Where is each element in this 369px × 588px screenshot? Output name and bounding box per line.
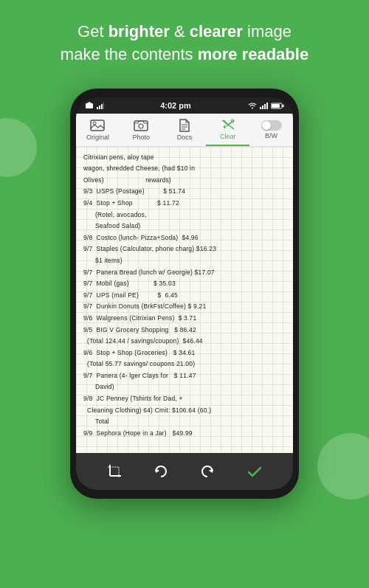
document-image: Citrixian pens, aloy tape wagon, shredde… [76,147,293,453]
svg-marker-30 [209,468,213,473]
svg-rect-9 [264,104,266,109]
photo-label: Photo [132,134,150,141]
bw-label: B/W [265,132,277,139]
doc-line-22: Cleaning Clothing) 64) Cmit: $106.64 (60… [83,406,286,416]
bw-toggle-switch[interactable] [261,120,282,131]
doc-line-16: (Total 124.44 / savings/coupon) $46.44 [83,336,286,347]
svg-rect-0 [86,103,93,108]
svg-line-23 [227,120,234,126]
svg-rect-7 [260,107,261,109]
doc-line-24: 9/9 Sephora (Hope in a Jar) $49.99 [83,429,286,439]
status-bar: 4:02 pm [76,97,293,114]
doc-line-11: 9/7 Mobil (gas) $ 35.03 [83,279,286,289]
status-icons-left [85,102,104,109]
doc-line-17: 9/6 Stop + Shop (Groceries) $ 34.61 [83,348,286,359]
svg-rect-8 [262,106,263,109]
doc-line-5: (Rotel, avocados, [83,210,286,221]
crop-button[interactable] [106,463,123,480]
doc-line-14: 9/6 Walgreens (Citrixian Pens) $ 3.71 [83,314,286,324]
original-icon [90,119,105,132]
notification-icon [85,102,94,109]
doc-line-19: 9/7 Panera (4- lger Clays for $ 11.47 [83,371,286,381]
clear-label: Clear [220,133,236,140]
doc-line-3: 9/3 USPS (Postage) $ 51.74 [83,187,286,197]
cell-signal-icon [260,102,269,109]
bold-clearer: clearer [190,22,243,41]
status-time: 4:02 pm [160,101,191,110]
phone-screen: 4:02 pm [76,97,293,490]
doc-line-1: wagon, shredded Cheese, (had $10 in [83,164,286,174]
clear-icon: ✦ [221,118,235,131]
doc-line-23: Total [83,417,286,427]
wifi-icon [247,102,258,109]
toggle-knob [262,121,271,130]
svg-rect-13 [272,104,280,108]
signal-icon [97,102,104,109]
confirm-button[interactable] [246,463,263,480]
app-toolbar: Original Photo [76,114,293,147]
photo-icon [134,119,148,132]
doc-line-4: 9/4 Stop + Shop $ 11.72 [83,198,286,209]
doc-line-0: Citrixian pens, aloy tape [83,153,286,163]
svg-rect-3 [99,106,100,109]
doc-line-20: David) [83,382,286,392]
header-text: Get brighter & clearer image make the co… [0,0,369,81]
tool-docs[interactable]: Docs [163,114,207,145]
grid-paper: Citrixian pens, aloy tape wagon, shredde… [76,147,293,453]
docs-label: Docs [177,134,193,141]
bold-readable: more readable [198,45,308,63]
svg-marker-1 [87,102,92,103]
doc-line-7: 9/8 Costco (lunch- Pizza+Soda) $4.96 [83,233,286,243]
status-icons-right [247,102,284,109]
doc-line-18: (Total 55.77 savings/ coupons 21.00) [83,359,286,370]
tool-original[interactable]: Original [76,114,120,145]
svg-point-17 [139,124,143,128]
tool-clear[interactable]: ✦ Clear [206,114,249,146]
svg-rect-4 [101,104,103,109]
header-section: Get brighter & clearer image make the co… [0,0,369,81]
svg-rect-14 [91,120,104,131]
phone-wrapper: 4:02 pm [0,81,369,499]
docs-icon [177,119,192,132]
doc-line-9: $1 items) [83,256,286,266]
doc-line-10: 9/7 Panera Bread (lunch w/ Georgie) $17.… [83,268,286,278]
battery-icon [271,102,284,109]
svg-text:✦: ✦ [222,124,227,131]
svg-point-6 [252,107,253,108]
svg-rect-5 [103,103,104,109]
doc-line-15: 9/5 BIG V Grocery Shopping $ 86.42 [83,325,286,336]
svg-rect-10 [266,103,268,109]
doc-line-6: Seafood Salad) [83,221,286,232]
original-label: Original [86,134,109,141]
svg-marker-29 [156,468,159,473]
document-area: Citrixian pens, aloy tape wagon, shredde… [76,147,293,453]
svg-rect-16 [134,121,148,131]
svg-rect-2 [97,107,98,109]
tool-bw[interactable]: B/W [249,116,293,144]
bold-brighter: brighter [108,22,170,41]
doc-line-13: 9/7 Dunkin Donuts (BrkFst/Coffee) $ 9.21 [83,302,286,312]
undo-button[interactable] [153,463,169,480]
doc-line-21: 9/8 JC Penney (Tshirts for Dad, + [83,394,286,404]
redo-button[interactable] [199,463,215,480]
doc-line-2: Olives) rewards) [83,176,286,186]
bottom-toolbar [76,453,293,490]
tool-photo[interactable]: Photo [120,114,163,145]
phone-device: 4:02 pm [70,89,299,499]
svg-rect-12 [282,104,283,107]
doc-line-12: 9/7 UPS (mail PE) $ 6.45 [83,291,286,301]
doc-line-8: 9/7 Staples (Calculator, phone charg) $1… [83,244,286,255]
handwritten-content: Citrixian pens, aloy tape wagon, shredde… [83,153,286,439]
